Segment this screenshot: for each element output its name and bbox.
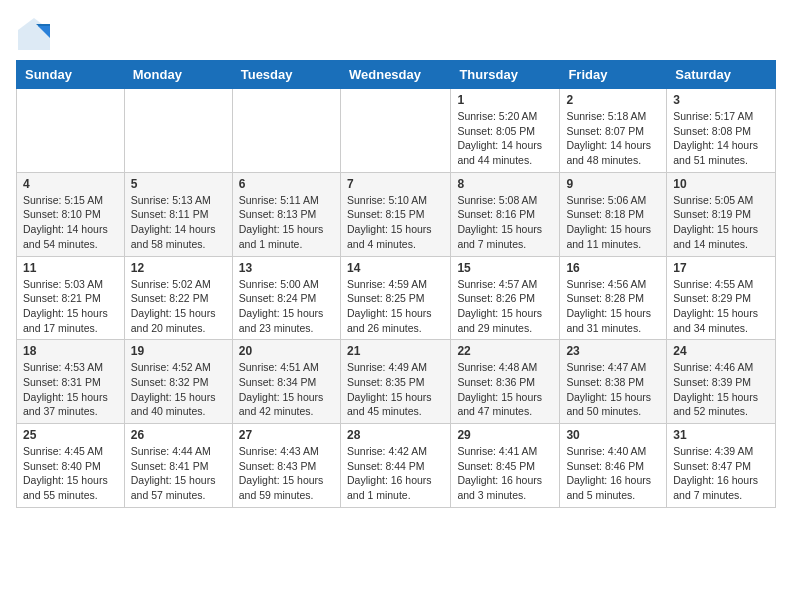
calendar-cell: 24Sunrise: 4:46 AM Sunset: 8:39 PM Dayli… bbox=[667, 340, 776, 424]
day-info: Sunrise: 5:11 AM Sunset: 8:13 PM Dayligh… bbox=[239, 193, 334, 252]
day-info: Sunrise: 4:45 AM Sunset: 8:40 PM Dayligh… bbox=[23, 444, 118, 503]
calendar-header-friday: Friday bbox=[560, 61, 667, 89]
calendar-cell: 25Sunrise: 4:45 AM Sunset: 8:40 PM Dayli… bbox=[17, 424, 125, 508]
day-number: 19 bbox=[131, 344, 226, 358]
calendar-header-row: SundayMondayTuesdayWednesdayThursdayFrid… bbox=[17, 61, 776, 89]
calendar-cell: 13Sunrise: 5:00 AM Sunset: 8:24 PM Dayli… bbox=[232, 256, 340, 340]
calendar-cell: 27Sunrise: 4:43 AM Sunset: 8:43 PM Dayli… bbox=[232, 424, 340, 508]
calendar-cell: 19Sunrise: 4:52 AM Sunset: 8:32 PM Dayli… bbox=[124, 340, 232, 424]
calendar-cell bbox=[17, 89, 125, 173]
day-info: Sunrise: 4:42 AM Sunset: 8:44 PM Dayligh… bbox=[347, 444, 444, 503]
day-number: 15 bbox=[457, 261, 553, 275]
day-info: Sunrise: 5:13 AM Sunset: 8:11 PM Dayligh… bbox=[131, 193, 226, 252]
calendar-cell: 15Sunrise: 4:57 AM Sunset: 8:26 PM Dayli… bbox=[451, 256, 560, 340]
day-number: 10 bbox=[673, 177, 769, 191]
day-number: 22 bbox=[457, 344, 553, 358]
generalblue-icon bbox=[16, 16, 52, 52]
calendar-cell: 9Sunrise: 5:06 AM Sunset: 8:18 PM Daylig… bbox=[560, 172, 667, 256]
day-info: Sunrise: 5:15 AM Sunset: 8:10 PM Dayligh… bbox=[23, 193, 118, 252]
day-info: Sunrise: 4:41 AM Sunset: 8:45 PM Dayligh… bbox=[457, 444, 553, 503]
calendar-cell: 31Sunrise: 4:39 AM Sunset: 8:47 PM Dayli… bbox=[667, 424, 776, 508]
calendar-header-tuesday: Tuesday bbox=[232, 61, 340, 89]
calendar-cell: 1Sunrise: 5:20 AM Sunset: 8:05 PM Daylig… bbox=[451, 89, 560, 173]
day-info: Sunrise: 5:06 AM Sunset: 8:18 PM Dayligh… bbox=[566, 193, 660, 252]
day-number: 9 bbox=[566, 177, 660, 191]
logo bbox=[16, 16, 54, 52]
calendar-cell: 18Sunrise: 4:53 AM Sunset: 8:31 PM Dayli… bbox=[17, 340, 125, 424]
calendar-cell: 29Sunrise: 4:41 AM Sunset: 8:45 PM Dayli… bbox=[451, 424, 560, 508]
day-number: 1 bbox=[457, 93, 553, 107]
calendar-header-wednesday: Wednesday bbox=[340, 61, 450, 89]
calendar-cell: 30Sunrise: 4:40 AM Sunset: 8:46 PM Dayli… bbox=[560, 424, 667, 508]
calendar-cell: 5Sunrise: 5:13 AM Sunset: 8:11 PM Daylig… bbox=[124, 172, 232, 256]
day-info: Sunrise: 4:47 AM Sunset: 8:38 PM Dayligh… bbox=[566, 360, 660, 419]
calendar-cell: 4Sunrise: 5:15 AM Sunset: 8:10 PM Daylig… bbox=[17, 172, 125, 256]
calendar-week-row: 25Sunrise: 4:45 AM Sunset: 8:40 PM Dayli… bbox=[17, 424, 776, 508]
day-info: Sunrise: 4:39 AM Sunset: 8:47 PM Dayligh… bbox=[673, 444, 769, 503]
calendar-header-sunday: Sunday bbox=[17, 61, 125, 89]
header bbox=[16, 16, 776, 52]
day-number: 6 bbox=[239, 177, 334, 191]
calendar-cell: 2Sunrise: 5:18 AM Sunset: 8:07 PM Daylig… bbox=[560, 89, 667, 173]
day-info: Sunrise: 5:17 AM Sunset: 8:08 PM Dayligh… bbox=[673, 109, 769, 168]
day-number: 18 bbox=[23, 344, 118, 358]
day-info: Sunrise: 4:56 AM Sunset: 8:28 PM Dayligh… bbox=[566, 277, 660, 336]
calendar-cell: 22Sunrise: 4:48 AM Sunset: 8:36 PM Dayli… bbox=[451, 340, 560, 424]
day-number: 31 bbox=[673, 428, 769, 442]
calendar-week-row: 4Sunrise: 5:15 AM Sunset: 8:10 PM Daylig… bbox=[17, 172, 776, 256]
day-info: Sunrise: 5:18 AM Sunset: 8:07 PM Dayligh… bbox=[566, 109, 660, 168]
day-info: Sunrise: 5:05 AM Sunset: 8:19 PM Dayligh… bbox=[673, 193, 769, 252]
day-number: 8 bbox=[457, 177, 553, 191]
day-info: Sunrise: 5:20 AM Sunset: 8:05 PM Dayligh… bbox=[457, 109, 553, 168]
day-number: 30 bbox=[566, 428, 660, 442]
day-info: Sunrise: 5:02 AM Sunset: 8:22 PM Dayligh… bbox=[131, 277, 226, 336]
calendar-header-thursday: Thursday bbox=[451, 61, 560, 89]
calendar-cell: 3Sunrise: 5:17 AM Sunset: 8:08 PM Daylig… bbox=[667, 89, 776, 173]
calendar-header-monday: Monday bbox=[124, 61, 232, 89]
day-number: 17 bbox=[673, 261, 769, 275]
day-number: 4 bbox=[23, 177, 118, 191]
calendar-cell: 14Sunrise: 4:59 AM Sunset: 8:25 PM Dayli… bbox=[340, 256, 450, 340]
day-info: Sunrise: 4:40 AM Sunset: 8:46 PM Dayligh… bbox=[566, 444, 660, 503]
day-info: Sunrise: 5:08 AM Sunset: 8:16 PM Dayligh… bbox=[457, 193, 553, 252]
day-number: 28 bbox=[347, 428, 444, 442]
day-number: 5 bbox=[131, 177, 226, 191]
day-info: Sunrise: 4:49 AM Sunset: 8:35 PM Dayligh… bbox=[347, 360, 444, 419]
calendar-cell: 16Sunrise: 4:56 AM Sunset: 8:28 PM Dayli… bbox=[560, 256, 667, 340]
day-number: 12 bbox=[131, 261, 226, 275]
day-info: Sunrise: 4:55 AM Sunset: 8:29 PM Dayligh… bbox=[673, 277, 769, 336]
calendar-cell bbox=[232, 89, 340, 173]
day-number: 13 bbox=[239, 261, 334, 275]
calendar-week-row: 1Sunrise: 5:20 AM Sunset: 8:05 PM Daylig… bbox=[17, 89, 776, 173]
day-number: 2 bbox=[566, 93, 660, 107]
calendar-week-row: 18Sunrise: 4:53 AM Sunset: 8:31 PM Dayli… bbox=[17, 340, 776, 424]
day-info: Sunrise: 4:59 AM Sunset: 8:25 PM Dayligh… bbox=[347, 277, 444, 336]
calendar-cell: 26Sunrise: 4:44 AM Sunset: 8:41 PM Dayli… bbox=[124, 424, 232, 508]
day-info: Sunrise: 5:00 AM Sunset: 8:24 PM Dayligh… bbox=[239, 277, 334, 336]
day-number: 3 bbox=[673, 93, 769, 107]
day-info: Sunrise: 4:51 AM Sunset: 8:34 PM Dayligh… bbox=[239, 360, 334, 419]
day-number: 25 bbox=[23, 428, 118, 442]
day-number: 27 bbox=[239, 428, 334, 442]
day-info: Sunrise: 4:44 AM Sunset: 8:41 PM Dayligh… bbox=[131, 444, 226, 503]
day-info: Sunrise: 5:10 AM Sunset: 8:15 PM Dayligh… bbox=[347, 193, 444, 252]
day-number: 7 bbox=[347, 177, 444, 191]
calendar-cell: 28Sunrise: 4:42 AM Sunset: 8:44 PM Dayli… bbox=[340, 424, 450, 508]
calendar-cell bbox=[340, 89, 450, 173]
day-info: Sunrise: 5:03 AM Sunset: 8:21 PM Dayligh… bbox=[23, 277, 118, 336]
day-info: Sunrise: 4:46 AM Sunset: 8:39 PM Dayligh… bbox=[673, 360, 769, 419]
calendar-cell: 10Sunrise: 5:05 AM Sunset: 8:19 PM Dayli… bbox=[667, 172, 776, 256]
calendar-table: SundayMondayTuesdayWednesdayThursdayFrid… bbox=[16, 60, 776, 508]
calendar-cell: 20Sunrise: 4:51 AM Sunset: 8:34 PM Dayli… bbox=[232, 340, 340, 424]
day-number: 20 bbox=[239, 344, 334, 358]
calendar-cell: 23Sunrise: 4:47 AM Sunset: 8:38 PM Dayli… bbox=[560, 340, 667, 424]
day-info: Sunrise: 4:57 AM Sunset: 8:26 PM Dayligh… bbox=[457, 277, 553, 336]
day-number: 14 bbox=[347, 261, 444, 275]
calendar-cell: 21Sunrise: 4:49 AM Sunset: 8:35 PM Dayli… bbox=[340, 340, 450, 424]
calendar-cell: 12Sunrise: 5:02 AM Sunset: 8:22 PM Dayli… bbox=[124, 256, 232, 340]
day-info: Sunrise: 4:52 AM Sunset: 8:32 PM Dayligh… bbox=[131, 360, 226, 419]
calendar-cell: 7Sunrise: 5:10 AM Sunset: 8:15 PM Daylig… bbox=[340, 172, 450, 256]
day-info: Sunrise: 4:43 AM Sunset: 8:43 PM Dayligh… bbox=[239, 444, 334, 503]
day-number: 23 bbox=[566, 344, 660, 358]
day-number: 11 bbox=[23, 261, 118, 275]
